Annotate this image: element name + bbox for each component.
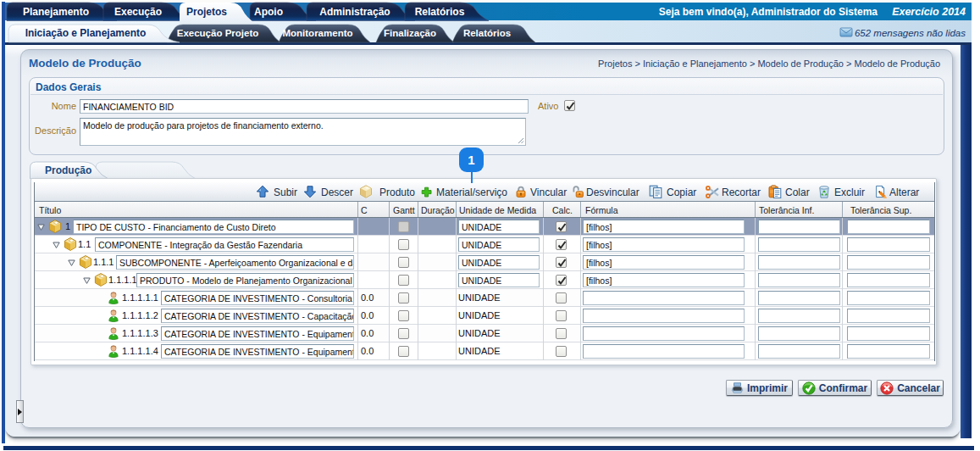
svg-text:Projetos: Projetos xyxy=(186,6,227,18)
svg-text:Seja bem vindo(a), Administrad: Seja bem vindo(a), Administrador do Sist… xyxy=(659,6,878,18)
svg-text:Relatórios: Relatórios xyxy=(463,28,511,38)
svg-text:Exercício 2014: Exercício 2014 xyxy=(892,6,966,18)
svg-text:Iniciação e Planejamento: Iniciação e Planejamento xyxy=(25,27,147,39)
svg-text:Relatórios: Relatórios xyxy=(415,6,465,18)
svg-text:652 mensagens não lidas: 652 mensagens não lidas xyxy=(855,28,966,38)
svg-text:Execução Projeto: Execução Projeto xyxy=(177,28,259,38)
svg-text:Administração: Administração xyxy=(319,6,390,18)
svg-text:Execução: Execução xyxy=(114,6,162,18)
svg-text:Monitoramento: Monitoramento xyxy=(282,28,352,38)
svg-text:Finalização: Finalização xyxy=(384,28,436,38)
svg-text:Planejamento: Planejamento xyxy=(23,6,89,18)
svg-text:Produção: Produção xyxy=(45,164,91,176)
svg-text:Apoio: Apoio xyxy=(254,6,283,18)
